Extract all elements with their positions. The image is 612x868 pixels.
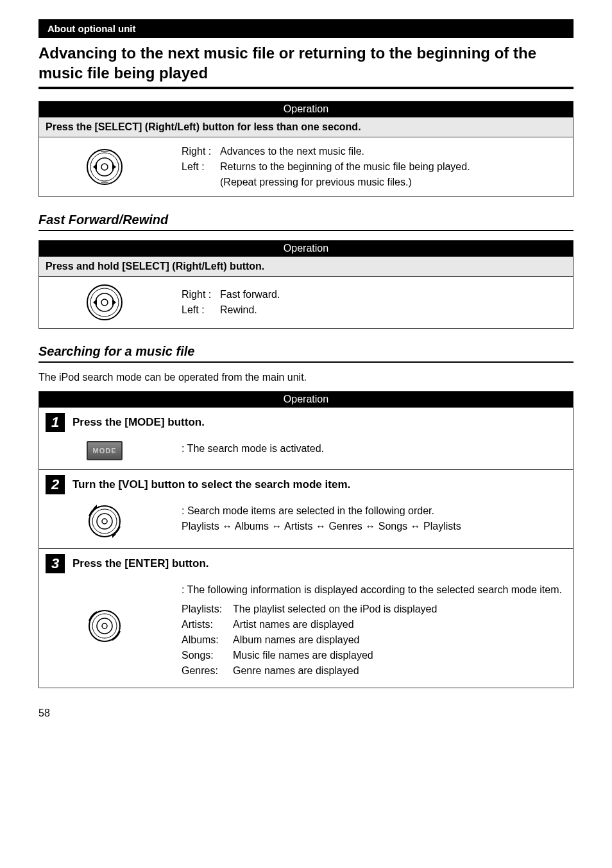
step-number: 1: [46, 413, 65, 432]
direction-text: (Repeat pressing for previous music file…: [220, 175, 470, 190]
operation-block: Operation Press and hold [SELECT] (Right…: [38, 240, 574, 329]
info-text: Artist names are displayed: [233, 617, 354, 632]
svg-point-6: [96, 293, 114, 311]
operation-description: Right : Fast forward. Left : Rewind.: [182, 287, 565, 318]
step-line: : Search mode items are selected in the …: [182, 503, 565, 519]
step-description: : The following information is displayed…: [182, 582, 565, 679]
main-title: Advancing to the next music file or retu…: [38, 43, 574, 83]
info-label: Albums:: [182, 632, 233, 648]
svg-point-2: [96, 158, 114, 176]
vol-dial-icon: [47, 503, 162, 539]
operation-instruction: Press and hold [SELECT] (Right/Left) but…: [39, 256, 573, 277]
info-text: The playlist selected on the iPod is dis…: [233, 602, 437, 617]
step-description: : Search mode items are selected in the …: [182, 503, 565, 534]
direction-label: Left :: [182, 159, 220, 190]
operation-instruction: Press the [SELECT] (Right/Left) button f…: [39, 117, 573, 137]
operation-header: Operation: [39, 392, 573, 407]
svg-point-7: [101, 299, 108, 306]
section-header-tab: About optional unit: [38, 19, 574, 38]
step-description: : The search mode is activated.: [182, 441, 565, 456]
svg-point-4: [87, 285, 122, 320]
svg-point-14: [97, 618, 112, 634]
vol-dial-icon: [47, 582, 162, 644]
step-title: Press the [ENTER] button.: [72, 557, 209, 570]
divider: [38, 87, 574, 89]
svg-point-12: [89, 611, 120, 641]
svg-point-3: [101, 164, 108, 170]
operation-header: Operation: [39, 101, 573, 117]
direction-label: Right :: [182, 144, 220, 159]
divider: [38, 361, 574, 363]
svg-point-8: [89, 506, 120, 537]
page-number: 58: [38, 707, 574, 719]
info-label: Songs:: [182, 648, 233, 663]
direction-text: Returns to the beginning of the music fi…: [220, 159, 470, 175]
step-intro: : The following information is displayed…: [182, 582, 565, 598]
step-number: 3: [46, 554, 65, 573]
operation-block: Operation Press the [SELECT] (Right/Left…: [38, 101, 574, 197]
mode-button-icon: MODE: [47, 441, 162, 460]
info-label: Genres:: [182, 663, 233, 679]
direction-label: Left :: [182, 302, 220, 318]
step-row: 2 Turn the [VOL] button to select the se…: [39, 469, 573, 548]
step-number: 2: [46, 475, 65, 494]
step-row: 1 Press the [MODE] button. MODE : The se…: [39, 407, 573, 469]
info-text: Genre names are displayed: [233, 663, 359, 679]
direction-text: Rewind.: [220, 302, 257, 318]
select-dial-icon: [47, 283, 162, 322]
operation-block: Operation 1 Press the [MODE] button. MOD…: [38, 391, 574, 688]
subsection-title: Searching for a music file: [38, 344, 574, 359]
operation-header: Operation: [39, 241, 573, 256]
divider: [38, 230, 574, 231]
direction-label: Right :: [182, 287, 220, 302]
direction-text: Fast forward.: [220, 287, 280, 302]
svg-point-10: [97, 514, 112, 529]
step-row: 3 Press the [ENTER] button. : The follow…: [39, 548, 573, 688]
step-title: Turn the [VOL] button to select the sear…: [72, 478, 350, 491]
mode-button-label: MODE: [87, 441, 123, 460]
svg-point-15: [102, 623, 107, 629]
info-label: Playlists:: [182, 602, 233, 617]
svg-point-0: [87, 150, 122, 184]
direction-text: Advances to the next music file.: [220, 144, 364, 159]
svg-point-9: [92, 509, 117, 534]
svg-point-13: [92, 614, 117, 638]
operation-description: Right : Advances to the next music file.…: [182, 144, 565, 190]
svg-point-11: [102, 519, 107, 524]
info-label: Artists:: [182, 617, 233, 632]
step-line: Playlists ↔ Albums ↔ Artists ↔ Genres ↔ …: [182, 519, 565, 534]
select-dial-icon: [47, 148, 162, 186]
intro-text: The iPod search mode can be operated fro…: [38, 372, 574, 383]
info-text: Music file names are displayed: [233, 648, 373, 663]
subsection-title: Fast Forward/Rewind: [38, 213, 574, 227]
info-text: Album names are displayed: [233, 632, 359, 648]
step-title: Press the [MODE] button.: [72, 416, 205, 429]
